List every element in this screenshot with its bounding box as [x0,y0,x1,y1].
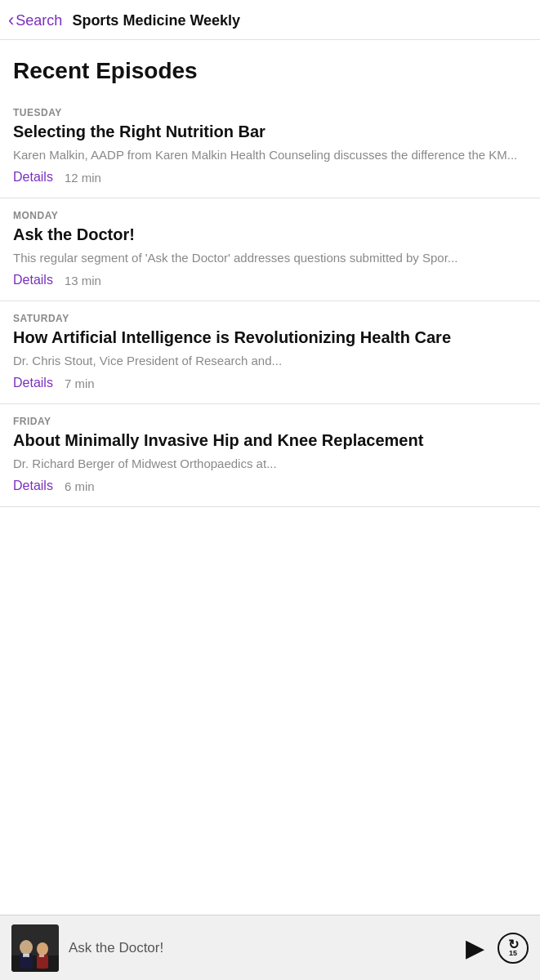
episode-item: SATURDAY How Artificial Intelligence is … [0,301,540,404]
replay-15-button[interactable]: ↻ 15 [498,933,529,964]
replay-seconds-label: 15 [509,950,517,957]
episode-duration: 6 min [65,479,95,493]
svg-point-2 [20,940,33,955]
episode-description: Karen Malkin, AADP from Karen Malkin Hea… [13,146,527,163]
section-heading: Recent Episodes [0,40,540,92]
episode-item: FRIDAY About Minimally Invasive Hip and … [0,404,540,507]
now-playing-controls: ▶ ↻ 15 [466,933,529,964]
episode-description: Dr. Richard Berger of Midwest Orthopaedi… [13,455,527,472]
details-link[interactable]: Details [13,376,53,390]
episode-item: TUESDAY Selecting the Right Nutrition Ba… [0,96,540,198]
play-icon: ▶ [466,934,484,961]
episode-day: SATURDAY [13,313,527,324]
episode-footer: Details 12 min [13,170,527,185]
episodes-list: TUESDAY Selecting the Right Nutrition Ba… [0,96,540,507]
svg-point-5 [37,942,48,956]
episode-item: MONDAY Ask the Doctor! This regular segm… [0,198,540,301]
episode-duration: 7 min [65,376,95,390]
episode-duration: 13 min [65,274,101,287]
episode-title: Ask the Doctor! [13,225,527,245]
episode-day: TUESDAY [13,107,527,118]
episode-day: MONDAY [13,210,527,221]
episode-footer: Details 7 min [13,376,527,390]
page-title: Sports Medicine Weekly [72,12,240,29]
episode-footer: Details 6 min [13,479,527,493]
details-link[interactable]: Details [13,479,53,493]
now-playing-bar: Ask the Doctor! ▶ ↻ 15 [0,915,540,980]
episode-title: Selecting the Right Nutrition Bar [13,122,527,142]
svg-rect-7 [39,955,44,957]
episode-description: Dr. Chris Stout, Vice President of Resea… [13,352,527,369]
now-playing-title: Ask the Doctor! [69,940,163,956]
episode-title: About Minimally Invasive Hip and Knee Re… [13,430,527,451]
svg-rect-1 [11,956,59,972]
header: ‹ Search Sports Medicine Weekly [0,0,540,40]
back-label: Search [16,12,62,29]
episode-footer: Details 13 min [13,273,527,287]
play-button[interactable]: ▶ [466,936,484,960]
svg-rect-8 [24,954,29,956]
chevron-left-icon: ‹ [8,11,14,29]
episode-title: How Artificial Intelligence is Revolutio… [13,327,527,348]
details-link[interactable]: Details [13,170,53,185]
details-link[interactable]: Details [13,273,53,287]
episode-day: FRIDAY [13,416,527,427]
now-playing-thumbnail [11,924,59,972]
back-button[interactable]: ‹ Search [8,11,62,29]
episode-description: This regular segment of 'Ask the Doctor'… [13,249,527,266]
now-playing-info: Ask the Doctor! [59,940,466,956]
episode-duration: 12 min [65,171,101,185]
